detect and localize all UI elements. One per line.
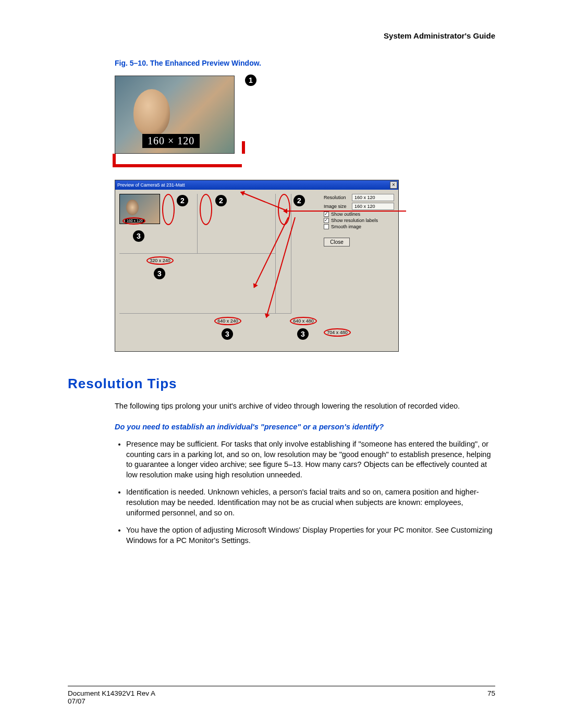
callout-number-3: 3 <box>133 230 144 242</box>
callout-number-2: 2 <box>293 195 305 206</box>
res-text-320: 320 x 240 <box>150 258 170 263</box>
res-text-640-240: 640 x 240 <box>217 318 238 324</box>
callout-1: 1 <box>245 75 259 88</box>
callout-2b: 2 <box>215 195 227 206</box>
thumb-res-highlight <box>123 217 145 225</box>
thumb-face <box>126 200 139 215</box>
show-resolution-labels-row[interactable]: Show resolution labels <box>324 218 394 223</box>
window-title: Preview of Camera5 at 231-Matt <box>117 182 185 188</box>
footer-left: Document K14392V1 Rev A 07/07 <box>68 689 155 705</box>
smooth-image-label: Smooth image <box>331 224 361 229</box>
column-highlight-2 <box>200 194 212 225</box>
page-number: 75 <box>487 689 495 705</box>
callout-3c: 3 <box>222 328 233 340</box>
intro-paragraph: The following tips prolong your unit's a… <box>115 401 495 412</box>
page-footer: Document K14392V1 Rev A 07/07 75 <box>68 686 495 705</box>
res-label-320: 320 x 240 <box>146 256 174 265</box>
column-highlight-1 <box>162 194 175 225</box>
bullet-list: Presence may be sufficient. For tasks th… <box>115 439 495 546</box>
window-body: 160 x 120 2 2 2 3 <box>115 190 398 351</box>
show-resolution-labels-label: Show resolution labels <box>331 218 378 223</box>
close-button[interactable]: Close <box>324 238 350 246</box>
show-outlines-checkbox[interactable] <box>324 212 329 217</box>
callout-3b: 3 <box>154 268 165 279</box>
image-size-row: Image size 160 x 120 <box>324 203 394 210</box>
figure-block: 160 × 120 1 Preview of Camera5 at 231-Ma… <box>115 76 495 352</box>
resolution-label: Resolution <box>324 195 349 200</box>
resolution-row: Resolution 160 x 120 <box>324 194 394 201</box>
smooth-image-row[interactable]: Smooth image <box>324 224 394 229</box>
document-date: 07/07 <box>68 697 85 705</box>
callout-2a: 2 <box>177 195 188 206</box>
resolution-overlay-label: 160 × 120 <box>142 134 200 148</box>
callout-number-3: 3 <box>297 328 309 340</box>
image-size-value[interactable]: 160 x 120 <box>352 203 394 210</box>
res-label-640-480: 640 x 480 <box>290 317 317 325</box>
res-text-640-480: 640 x 480 <box>293 318 314 324</box>
highlight-frame <box>113 154 242 167</box>
window-titlebar: Preview of Camera5 at 231-Matt × <box>115 180 398 190</box>
callout-3a: 3 <box>133 230 144 242</box>
figure-caption: Fig. 5–10. The Enhanced Preview Window. <box>115 59 495 67</box>
list-item: Presence may be sufficient. For tasks th… <box>126 439 495 480</box>
callout-number-3: 3 <box>154 268 165 279</box>
callout-number-2: 2 <box>177 195 188 206</box>
list-item: Identification is needed. Unknown vehicl… <box>126 487 495 518</box>
enlarged-preview: 160 × 120 1 <box>115 76 266 167</box>
running-header: System Administrator's Guide <box>68 31 495 40</box>
callout-number-3: 3 <box>222 328 233 340</box>
show-outlines-label: Show outlines <box>331 212 360 217</box>
list-item: You have the option of adjusting Microso… <box>126 525 495 546</box>
settings-panel: Resolution 160 x 120 Image size 160 x 12… <box>324 194 394 246</box>
section-heading: Resolution Tips <box>68 376 495 392</box>
image-size-label: Image size <box>324 204 349 209</box>
smooth-image-checkbox[interactable] <box>324 224 329 229</box>
callout-2c: 2 <box>293 195 305 206</box>
preview-thumbnail: 160 x 120 <box>119 194 160 224</box>
callout-3d: 3 <box>297 328 309 340</box>
subsection-heading: Do you need to establish an individual's… <box>115 422 495 433</box>
res-label-640-240: 640 x 240 <box>214 317 241 325</box>
resolution-value[interactable]: 160 x 120 <box>352 194 394 201</box>
res-label-704-480: 704 x 480 <box>324 328 351 337</box>
section-body: The following tips prolong your unit's a… <box>115 401 495 546</box>
res-text-704-480: 704 x 480 <box>327 330 348 335</box>
show-resolution-labels-checkbox[interactable] <box>324 218 329 223</box>
callout-number-1: 1 <box>245 75 256 86</box>
preview-window: Preview of Camera5 at 231-Matt × 160 x 1… <box>115 180 399 352</box>
preview-photo: 160 × 120 <box>115 76 235 154</box>
face-placeholder <box>133 89 170 136</box>
show-outlines-row[interactable]: Show outlines <box>324 212 394 217</box>
document-id: Document K14392V1 Rev A <box>68 689 155 697</box>
window-close-button[interactable]: × <box>390 181 397 189</box>
callout-number-2: 2 <box>215 195 227 206</box>
